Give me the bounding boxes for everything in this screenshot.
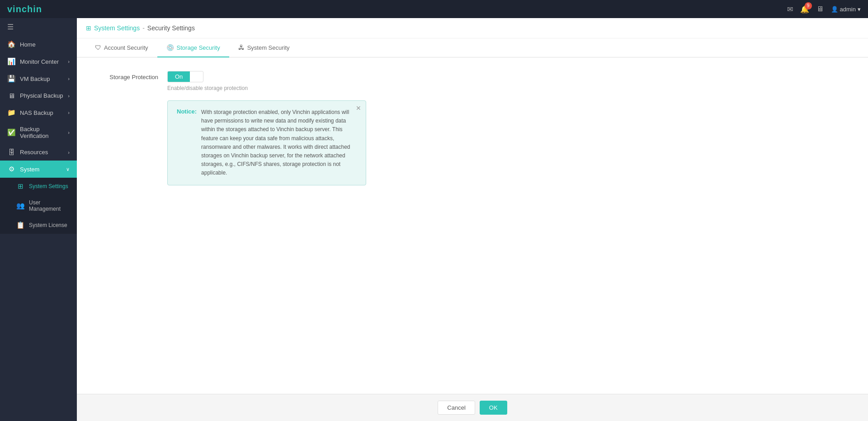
chevron-down-icon: ∨ — [66, 166, 70, 172]
storage-security-icon: 💿 — [166, 44, 174, 51]
tab-system-security[interactable]: 🖧 System Security — [229, 38, 299, 57]
notifications-icon[interactable]: 🔔 9 — [800, 5, 809, 14]
cancel-button[interactable]: Cancel — [438, 401, 475, 415]
sidebar-item-label: Physical Backup — [20, 92, 63, 99]
system-icon: ⚙ — [7, 165, 15, 173]
chevron-right-icon: › — [68, 150, 70, 155]
tab-storage-security[interactable]: 💿 Storage Security — [157, 38, 229, 57]
sidebar-item-backup-verification[interactable]: ✅ Backup Verification › — [0, 121, 77, 144]
nas-backup-icon: 📁 — [7, 109, 15, 117]
sidebar-item-monitor-center[interactable]: 📊 Monitor Center › — [0, 53, 77, 70]
toggle-off-button[interactable] — [190, 71, 201, 82]
system-settings-icon-small: ⊞ — [86, 24, 91, 32]
sidebar-toggle[interactable]: ☰ — [0, 18, 77, 36]
logo-prefix: vin — [7, 4, 22, 14]
tab-label: System Security — [247, 44, 290, 51]
submenu-item-label: User Management — [29, 199, 70, 212]
sidebar: ☰ 🏠 Home 📊 Monitor Center › 💾 VM Backup … — [0, 18, 77, 421]
sidebar-item-system-license[interactable]: 📋 System License — [0, 217, 77, 234]
notice-text: With storage protection enabled, only Vi… — [201, 108, 357, 178]
sidebar-item-label: System — [20, 166, 39, 173]
chevron-right-icon: › — [68, 130, 70, 135]
ok-button[interactable]: OK — [480, 401, 507, 415]
physical-backup-icon: 🖥 — [7, 92, 15, 99]
sidebar-item-vm-backup[interactable]: 💾 VM Backup › — [0, 70, 77, 87]
backup-verification-icon: ✅ — [7, 128, 15, 137]
breadcrumb-separator: - — [142, 24, 145, 32]
sidebar-item-system-settings[interactable]: ⊞ System Settings — [0, 178, 77, 195]
tab-label: Account Security — [104, 44, 148, 51]
sidebar-item-label: Home — [20, 41, 36, 48]
notice-close-icon[interactable]: ✕ — [356, 104, 361, 112]
storage-protection-toggle[interactable]: On — [167, 71, 203, 82]
storage-protection-row: Storage Protection On Enable/disable sto… — [95, 71, 850, 91]
sidebar-item-label: Backup Verification — [20, 126, 63, 139]
sidebar-item-label: NAS Backup — [20, 109, 53, 116]
messages-icon[interactable]: ✉ — [787, 5, 793, 14]
header-right: ✉ 🔔 9 🖥 👤 admin ▾ — [787, 5, 861, 14]
submenu-item-label: System License — [29, 222, 67, 228]
home-icon: 🏠 — [7, 40, 15, 48]
sidebar-item-label: Monitor Center — [20, 58, 59, 65]
breadcrumb-current: Security Settings — [147, 24, 195, 32]
sidebar-item-physical-backup[interactable]: 🖥 Physical Backup › — [0, 87, 77, 104]
toggle-on-button[interactable]: On — [168, 71, 190, 82]
chevron-right-icon: › — [68, 59, 70, 64]
notification-badge: 9 — [805, 2, 812, 9]
monitor-icon[interactable]: 🖥 — [816, 5, 824, 13]
notice-label: Notice: — [177, 108, 197, 178]
page-footer: Cancel OK — [77, 394, 868, 421]
chevron-right-icon: › — [68, 93, 70, 99]
storage-protection-label: Storage Protection — [95, 71, 158, 80]
monitor-center-icon: 📊 — [7, 57, 15, 66]
sidebar-item-resources[interactable]: 🗄 Resources › — [0, 144, 77, 161]
content-area: ⊞ System Settings - Security Settings 🛡 … — [77, 18, 868, 421]
tabs: 🛡 Account Security 💿 Storage Security 🖧 … — [77, 38, 868, 57]
logo: vinchin — [7, 4, 42, 14]
tab-account-security[interactable]: 🛡 Account Security — [86, 38, 157, 57]
resources-icon: 🗄 — [7, 148, 15, 156]
tab-label: Storage Security — [177, 44, 220, 51]
chevron-right-icon: › — [68, 76, 70, 81]
page-header: ⊞ System Settings - Security Settings — [77, 18, 868, 38]
notice-box: Notice: With storage protection enabled,… — [167, 100, 366, 185]
page-content: Storage Protection On Enable/disable sto… — [77, 57, 868, 394]
logo-suffix: chin — [22, 4, 42, 14]
system-license-icon: 📋 — [16, 221, 24, 229]
user-management-icon: 👥 — [16, 202, 24, 210]
sidebar-item-system[interactable]: ⚙ System ∨ — [0, 161, 77, 178]
admin-user[interactable]: 👤 admin ▾ — [831, 6, 861, 13]
sidebar-item-label: VM Backup — [20, 76, 50, 82]
page-panel: ⊞ System Settings - Security Settings 🛡 … — [77, 18, 868, 421]
toggle-hint: Enable/disable storage protection — [167, 85, 248, 91]
sidebar-item-label: Resources — [20, 149, 48, 156]
storage-protection-controls: On Enable/disable storage protection — [167, 71, 248, 91]
sidebar-item-user-management[interactable]: 👥 User Management — [0, 195, 77, 217]
sidebar-item-nas-backup[interactable]: 📁 NAS Backup › — [0, 104, 77, 121]
system-security-icon: 🖧 — [238, 44, 245, 51]
top-header: vinchin ✉ 🔔 9 🖥 👤 admin ▾ — [0, 0, 868, 18]
account-security-icon: 🛡 — [95, 44, 101, 51]
sidebar-item-home[interactable]: 🏠 Home — [0, 36, 77, 53]
system-settings-icon: ⊞ — [16, 182, 24, 190]
breadcrumb-link[interactable]: System Settings — [94, 24, 140, 32]
submenu-item-label: System Settings — [29, 183, 68, 189]
main-layout: ☰ 🏠 Home 📊 Monitor Center › 💾 VM Backup … — [0, 18, 868, 421]
chevron-right-icon: › — [68, 110, 70, 115]
system-submenu: ⊞ System Settings 👥 User Management 📋 Sy… — [0, 178, 77, 234]
notice-content: Notice: With storage protection enabled,… — [177, 108, 357, 178]
vm-backup-icon: 💾 — [7, 75, 15, 83]
